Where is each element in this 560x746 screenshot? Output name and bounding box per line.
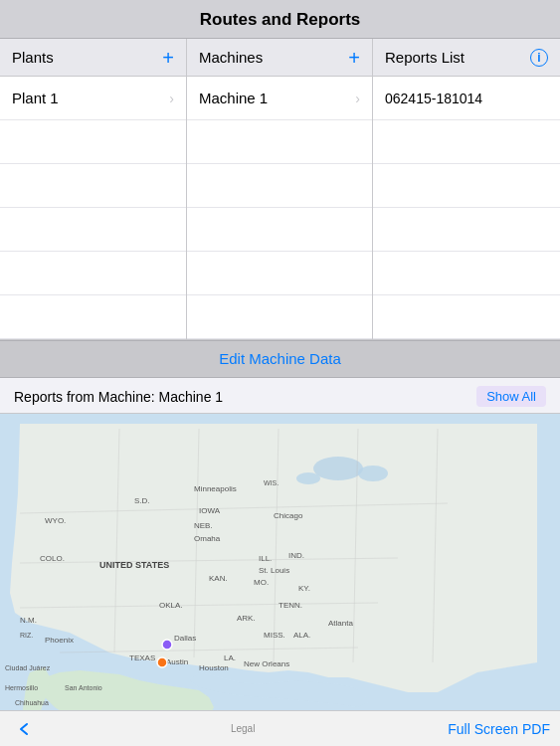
svg-text:RIZ.: RIZ. — [20, 632, 33, 639]
plants-rows: Plant 1 › — [0, 77, 186, 339]
svg-text:Chihuahua: Chihuahua — [15, 699, 49, 706]
report-empty-row-1 — [373, 120, 560, 164]
svg-text:MISS.: MISS. — [264, 631, 285, 640]
plant-1-label: Plant 1 — [12, 90, 59, 106]
svg-text:Phoenix: Phoenix — [45, 636, 74, 645]
machines-column: Machines + Machine 1 › — [187, 39, 373, 339]
plants-column-header: Plants + — [0, 39, 186, 77]
back-button[interactable] — [10, 715, 38, 743]
svg-text:KAN.: KAN. — [209, 574, 228, 583]
legal-text: Legal — [231, 723, 255, 734]
plant-empty-row-4 — [0, 252, 186, 295]
report-empty-row-3 — [373, 208, 560, 252]
machine-empty-row-4 — [187, 252, 372, 295]
svg-point-2 — [358, 466, 388, 481]
svg-text:TEXAS: TEXAS — [129, 653, 155, 662]
reports-rows: 062415-181014 — [373, 77, 560, 339]
svg-text:New Orleans: New Orleans — [244, 659, 289, 668]
machine-empty-row-1 — [187, 120, 372, 164]
svg-text:IND.: IND. — [288, 551, 304, 560]
plant-1-chevron: › — [169, 91, 174, 106]
svg-text:NEB.: NEB. — [194, 521, 213, 530]
svg-text:San Antonio: San Antonio — [65, 684, 102, 691]
machines-rows: Machine 1 › — [187, 77, 372, 339]
svg-text:S.D.: S.D. — [134, 496, 150, 505]
reports-column: Reports List i 062415-181014 — [373, 39, 560, 339]
machine-empty-row-3 — [187, 208, 372, 252]
svg-text:ILL.: ILL. — [259, 554, 272, 563]
svg-text:COLO.: COLO. — [40, 554, 65, 563]
app-title: Routes and Reports — [200, 10, 361, 29]
svg-text:St. Louis: St. Louis — [259, 566, 289, 575]
add-plant-button[interactable]: + — [162, 48, 174, 68]
edit-machine-bar[interactable]: Edit Machine Data — [0, 340, 560, 378]
fullscreen-pdf-button[interactable]: Full Screen PDF — [448, 721, 550, 737]
svg-text:KY.: KY. — [298, 584, 310, 593]
report-empty-row-5 — [373, 295, 560, 339]
plants-column: Plants + Plant 1 › — [0, 39, 187, 339]
plant-empty-row-3 — [0, 208, 186, 252]
svg-point-1 — [313, 457, 363, 480]
svg-text:Dallas: Dallas — [174, 634, 196, 643]
svg-text:UNITED STATES: UNITED STATES — [99, 560, 169, 570]
svg-text:N.M.: N.M. — [20, 616, 37, 625]
svg-text:LA.: LA. — [224, 653, 236, 662]
svg-text:Omaha: Omaha — [194, 534, 221, 543]
machine-empty-row-2 — [187, 164, 372, 208]
report-row-1[interactable]: 062415-181014 — [373, 77, 560, 120]
reports-info-button[interactable]: i — [530, 49, 548, 67]
svg-text:WYO.: WYO. — [45, 516, 66, 525]
report-1-label: 062415-181014 — [385, 91, 482, 106]
machine-1-label: Machine 1 — [199, 90, 268, 106]
machine-row-1[interactable]: Machine 1 › — [187, 77, 372, 120]
add-machine-button[interactable]: + — [348, 48, 360, 68]
plant-empty-row-1 — [0, 120, 186, 164]
reports-column-title: Reports List — [385, 49, 465, 66]
show-all-button[interactable]: Show All — [476, 386, 546, 407]
svg-text:MO.: MO. — [254, 578, 269, 587]
machine-empty-row-5 — [187, 295, 372, 339]
svg-text:Atlanta: Atlanta — [328, 619, 353, 628]
machines-column-header: Machines + — [187, 39, 372, 77]
svg-point-59 — [162, 640, 172, 650]
reports-machine-title: Reports from Machine: Machine 1 — [14, 389, 223, 405]
svg-text:Minneapolis: Minneapolis — [194, 484, 237, 493]
svg-text:Chicago: Chicago — [274, 511, 303, 520]
report-empty-row-2 — [373, 164, 560, 208]
svg-text:Austin: Austin — [166, 657, 188, 666]
svg-text:OKLA.: OKLA. — [159, 601, 183, 610]
svg-point-3 — [296, 472, 320, 484]
columns-section: Plants + Plant 1 › Machines + Machine 1 … — [0, 39, 560, 340]
plant-empty-row-5 — [0, 295, 186, 339]
map-container[interactable]: WYO. S.D. Minneapolis WIS. IOWA Chicago … — [0, 414, 560, 746]
svg-text:WIS.: WIS. — [264, 479, 279, 486]
plant-row-1[interactable]: Plant 1 › — [0, 77, 186, 120]
report-empty-row-4 — [373, 252, 560, 295]
machine-1-chevron: › — [355, 91, 360, 106]
svg-text:ALA.: ALA. — [293, 631, 310, 640]
svg-text:IOWA: IOWA — [199, 506, 221, 515]
edit-machine-label: Edit Machine Data — [219, 350, 341, 367]
map-svg: WYO. S.D. Minneapolis WIS. IOWA Chicago … — [0, 414, 560, 746]
svg-text:Ciudad Juárez: Ciudad Juárez — [5, 664, 51, 671]
plants-column-title: Plants — [12, 49, 54, 66]
svg-text:TENN.: TENN. — [279, 601, 302, 610]
machines-column-title: Machines — [199, 49, 263, 66]
reports-column-header: Reports List i — [373, 39, 560, 77]
plant-empty-row-2 — [0, 164, 186, 208]
app-header: Routes and Reports — [0, 0, 560, 39]
svg-text:ARK.: ARK. — [237, 614, 256, 623]
svg-point-60 — [157, 657, 167, 667]
bottom-bar: Legal Full Screen PDF — [0, 710, 560, 746]
svg-text:Hermosillo: Hermosillo — [5, 684, 38, 691]
svg-text:Houston: Houston — [199, 663, 229, 672]
reports-machine-header: Reports from Machine: Machine 1 Show All — [0, 378, 560, 414]
